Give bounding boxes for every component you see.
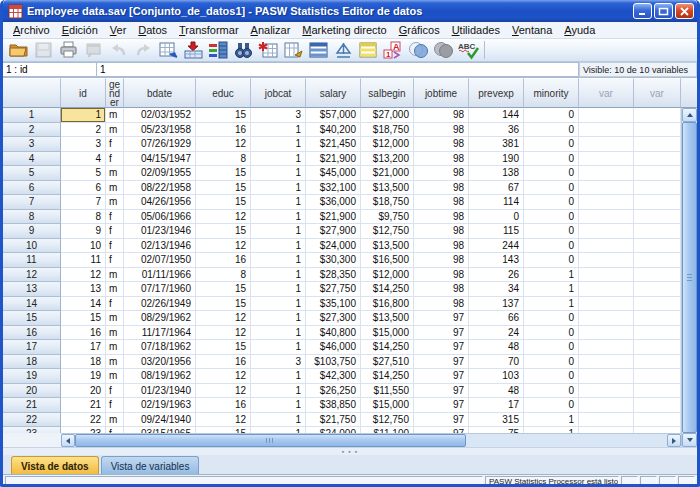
cell-minority[interactable]: 0 xyxy=(524,398,579,413)
cell-educ[interactable]: 12 xyxy=(196,239,251,254)
cell-id[interactable]: 12 xyxy=(61,268,106,283)
cell-gender[interactable]: f xyxy=(106,239,124,254)
cell-bdate[interactable]: 08/19/1962 xyxy=(124,369,196,384)
cell-var2[interactable] xyxy=(634,326,681,341)
cell-bdate[interactable]: 05/06/1966 xyxy=(124,210,196,225)
cell-educ[interactable]: 12 xyxy=(196,384,251,399)
cell-jobtime[interactable]: 98 xyxy=(414,123,469,138)
cell-prevexp[interactable]: 244 xyxy=(469,239,524,254)
cell-var1[interactable] xyxy=(579,268,634,283)
cell-gender[interactable]: f xyxy=(106,384,124,399)
insert-variable-icon[interactable] xyxy=(281,40,306,61)
cell-salary[interactable]: $21,900 xyxy=(306,152,361,167)
cell-id[interactable]: 20 xyxy=(61,384,106,399)
cell-id[interactable]: 15 xyxy=(61,311,106,326)
cell-var1[interactable] xyxy=(579,413,634,428)
cell-minority[interactable]: 0 xyxy=(524,253,579,268)
cell-prevexp[interactable]: 190 xyxy=(469,152,524,167)
menu-analizar[interactable]: Analizar xyxy=(245,23,297,37)
cell-minority[interactable]: 0 xyxy=(524,137,579,152)
cell-id[interactable]: 8 xyxy=(61,210,106,225)
cell-gender[interactable]: m xyxy=(106,282,124,297)
cell-var2[interactable] xyxy=(634,108,681,123)
cell-prevexp[interactable]: 34 xyxy=(469,282,524,297)
cell-bdate[interactable]: 02/03/1952 xyxy=(124,108,196,123)
cell-jobtime[interactable]: 98 xyxy=(414,166,469,181)
print-icon[interactable] xyxy=(56,40,81,61)
cell-jobcat[interactable]: 1 xyxy=(251,340,306,355)
cell-bdate[interactable]: 07/17/1960 xyxy=(124,282,196,297)
cell-salbegin[interactable]: $16,800 xyxy=(361,297,414,312)
row-header[interactable]: 22 xyxy=(3,413,61,428)
cell-var1[interactable] xyxy=(579,297,634,312)
cell-salbegin[interactable]: $12,750 xyxy=(361,224,414,239)
cell-educ[interactable]: 15 xyxy=(196,108,251,123)
cell-var1[interactable] xyxy=(579,224,634,239)
cell-jobcat[interactable]: 1 xyxy=(251,398,306,413)
tab-vista-de-variables[interactable]: Vista de variables xyxy=(101,456,200,474)
cell-jobcat[interactable]: 1 xyxy=(251,152,306,167)
cell-var1[interactable] xyxy=(579,340,634,355)
cell-salary[interactable]: $57,000 xyxy=(306,108,361,123)
cell-jobcat[interactable]: 1 xyxy=(251,384,306,399)
column-header-var1[interactable]: var xyxy=(579,78,634,108)
row-header[interactable]: 14 xyxy=(3,297,61,312)
cell-var1[interactable] xyxy=(579,326,634,341)
cell-var1[interactable] xyxy=(579,166,634,181)
row-header[interactable]: 20 xyxy=(3,384,61,399)
cell-minority[interactable]: 0 xyxy=(524,224,579,239)
cell-gender[interactable]: f xyxy=(106,224,124,239)
cell-minority[interactable]: 1 xyxy=(524,413,579,428)
row-header[interactable]: 13 xyxy=(3,282,61,297)
cell-var2[interactable] xyxy=(634,181,681,196)
cell-salary[interactable]: $38,850 xyxy=(306,398,361,413)
cell-salbegin[interactable]: $12,000 xyxy=(361,137,414,152)
menu-transformar[interactable]: Transformar xyxy=(173,23,245,37)
cell-salary[interactable]: $36,000 xyxy=(306,195,361,210)
cell-jobcat[interactable]: 3 xyxy=(251,355,306,370)
select-cases-icon[interactable] xyxy=(356,40,381,61)
cell-educ[interactable]: 16 xyxy=(196,123,251,138)
goto-variable-icon[interactable] xyxy=(181,40,206,61)
cell-minority[interactable]: 0 xyxy=(524,108,579,123)
cell-educ[interactable]: 15 xyxy=(196,340,251,355)
cell-jobtime[interactable]: 98 xyxy=(414,268,469,283)
cell-salary[interactable]: $45,000 xyxy=(306,166,361,181)
cell-var2[interactable] xyxy=(634,210,681,225)
cell-gender[interactable]: m xyxy=(106,181,124,196)
row-header[interactable]: 8 xyxy=(3,210,61,225)
cell-id[interactable]: 16 xyxy=(61,326,106,341)
cell-minority[interactable]: 0 xyxy=(524,210,579,225)
vertical-scrollbar[interactable] xyxy=(681,108,697,447)
weight-cases-icon[interactable] xyxy=(331,40,356,61)
cell-bdate[interactable]: 08/29/1962 xyxy=(124,311,196,326)
cell-id[interactable]: 21 xyxy=(61,398,106,413)
cell-salary[interactable]: $27,900 xyxy=(306,224,361,239)
cell-bdate[interactable]: 07/18/1962 xyxy=(124,340,196,355)
cell-salbegin[interactable]: $13,500 xyxy=(361,239,414,254)
cell-prevexp[interactable]: 137 xyxy=(469,297,524,312)
cell-var2[interactable] xyxy=(634,282,681,297)
insert-cases-icon[interactable] xyxy=(256,40,281,61)
cell-var1[interactable] xyxy=(579,384,634,399)
cell-bdate[interactable]: 07/26/1929 xyxy=(124,137,196,152)
cell-jobtime[interactable]: 97 xyxy=(414,326,469,341)
cell-bdate[interactable]: 03/20/1956 xyxy=(124,355,196,370)
cell-salbegin[interactable]: $18,750 xyxy=(361,123,414,138)
row-header[interactable]: 16 xyxy=(3,326,61,341)
cell-bdate[interactable]: 04/26/1956 xyxy=(124,195,196,210)
cell-var1[interactable] xyxy=(579,108,634,123)
cell-var2[interactable] xyxy=(634,340,681,355)
cell-prevexp[interactable]: 381 xyxy=(469,137,524,152)
row-header[interactable]: 7 xyxy=(3,195,61,210)
cell-bdate[interactable]: 01/23/1946 xyxy=(124,224,196,239)
cell-bdate[interactable]: 09/24/1940 xyxy=(124,413,196,428)
cell-id[interactable]: 4 xyxy=(61,152,106,167)
cell-minority[interactable]: 0 xyxy=(524,152,579,167)
cell-jobcat[interactable]: 1 xyxy=(251,239,306,254)
cell-id[interactable]: 11 xyxy=(61,253,106,268)
cell-jobtime[interactable]: 98 xyxy=(414,137,469,152)
cell-var1[interactable] xyxy=(579,398,634,413)
variables-icon[interactable] xyxy=(206,40,231,61)
cell-salary[interactable]: $42,300 xyxy=(306,369,361,384)
